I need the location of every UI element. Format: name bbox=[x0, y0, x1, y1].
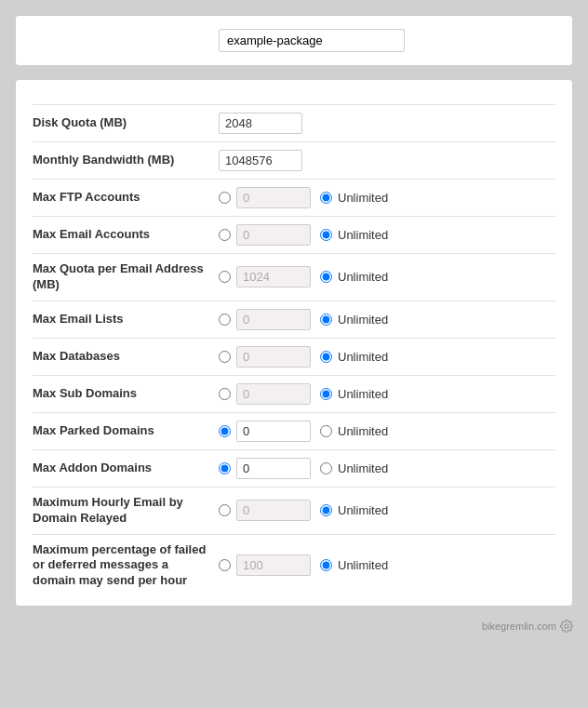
resource-label-max-ftp: Max FTP Accounts bbox=[33, 190, 219, 206]
resource-row-max-sub-domains: Max Sub DomainsUnlimited bbox=[33, 375, 555, 412]
resource-row-monthly-bandwidth: Monthly Bandwidth (MB) bbox=[33, 141, 555, 179]
resource-row-max-email-lists: Max Email ListsUnlimited bbox=[33, 301, 555, 338]
unlimited-label-max-ftp: Unlimited bbox=[338, 191, 388, 205]
unlimited-label-max-databases: Unlimited bbox=[338, 350, 388, 364]
resource-row-max-databases: Max DatabasesUnlimited bbox=[33, 338, 555, 375]
radio-number-max-failed-messages[interactable] bbox=[219, 559, 231, 571]
resource-row-max-email: Max Email AccountsUnlimited bbox=[33, 216, 555, 253]
resource-row-max-failed-messages: Maximum percentage of failed or deferred… bbox=[33, 534, 555, 597]
radio-unlimited-max-ftp[interactable] bbox=[320, 192, 332, 204]
resource-label-max-hourly-email: Maximum Hourly Email by Domain Relayed bbox=[33, 495, 219, 527]
watermark-text: bikegremlin.com bbox=[482, 621, 556, 632]
resource-controls-max-databases: Unlimited bbox=[219, 346, 555, 367]
radio-group-left-max-quota-email bbox=[219, 266, 311, 287]
number-input-max-sub-domains bbox=[236, 383, 311, 405]
resource-row-max-parked-domains: Max Parked DomainsUnlimited bbox=[33, 412, 555, 449]
radio-unlimited-max-failed-messages[interactable] bbox=[320, 559, 332, 571]
resource-label-disk-quota: Disk Quota (MB) bbox=[33, 115, 219, 131]
resource-controls-max-addon-domains: Unlimited bbox=[219, 458, 555, 479]
resource-label-max-parked-domains: Max Parked Domains bbox=[33, 423, 219, 439]
radio-group-right-max-ftp: Unlimited bbox=[320, 191, 388, 205]
radio-number-max-hourly-email[interactable] bbox=[219, 504, 231, 516]
radio-number-max-quota-email[interactable] bbox=[219, 271, 231, 283]
radio-group-right-max-hourly-email: Unlimited bbox=[320, 503, 388, 517]
radio-group-left-max-email-lists bbox=[219, 309, 311, 330]
resource-label-max-addon-domains: Max Addon Domains bbox=[33, 461, 219, 476]
radio-unlimited-max-parked-domains[interactable] bbox=[320, 425, 332, 437]
number-input-max-addon-domains[interactable] bbox=[236, 458, 311, 479]
radio-unlimited-max-email-lists[interactable] bbox=[320, 314, 332, 326]
radio-number-max-parked-domains[interactable] bbox=[219, 425, 231, 437]
radio-group-right-max-databases: Unlimited bbox=[320, 350, 388, 364]
resource-label-max-failed-messages: Maximum percentage of failed or deferred… bbox=[33, 542, 219, 590]
unlimited-label-max-email: Unlimited bbox=[338, 228, 388, 242]
radio-number-max-email-lists[interactable] bbox=[219, 314, 231, 326]
radio-group-right-max-parked-domains: Unlimited bbox=[320, 424, 388, 438]
resource-row-max-ftp: Max FTP AccountsUnlimited bbox=[33, 179, 555, 216]
resource-controls-disk-quota bbox=[219, 113, 555, 134]
resource-label-max-databases: Max Databases bbox=[33, 349, 219, 365]
radio-group-right-max-failed-messages: Unlimited bbox=[320, 558, 388, 572]
number-input-max-email-lists bbox=[236, 309, 311, 330]
radio-group-left-max-ftp bbox=[219, 187, 311, 208]
resource-controls-max-hourly-email: Unlimited bbox=[219, 500, 555, 521]
resource-label-max-quota-email: Max Quota per Email Address (MB) bbox=[33, 261, 219, 293]
unlimited-label-max-quota-email: Unlimited bbox=[338, 270, 388, 284]
resource-input-disk-quota[interactable] bbox=[219, 113, 302, 134]
radio-group-right-max-email-lists: Unlimited bbox=[320, 313, 388, 327]
radio-group-left-max-email bbox=[219, 224, 311, 246]
number-input-max-databases bbox=[236, 346, 311, 367]
radio-unlimited-max-sub-domains[interactable] bbox=[320, 388, 332, 400]
radio-number-max-databases[interactable] bbox=[219, 351, 231, 363]
radio-group-left-max-failed-messages bbox=[219, 554, 311, 576]
resource-row-max-quota-email: Max Quota per Email Address (MB)Unlimite… bbox=[33, 253, 555, 301]
resource-controls-max-quota-email: Unlimited bbox=[219, 266, 555, 287]
radio-unlimited-max-hourly-email[interactable] bbox=[320, 504, 332, 516]
resource-label-monthly-bandwidth: Monthly Bandwidth (MB) bbox=[33, 153, 219, 168]
resource-controls-max-ftp: Unlimited bbox=[219, 187, 555, 208]
radio-number-max-ftp[interactable] bbox=[219, 192, 231, 204]
number-input-max-email bbox=[236, 224, 311, 246]
radio-group-left-max-hourly-email bbox=[219, 500, 311, 521]
resource-controls-monthly-bandwidth bbox=[219, 150, 555, 171]
radio-number-max-sub-domains[interactable] bbox=[219, 388, 231, 400]
number-input-max-parked-domains[interactable] bbox=[236, 421, 311, 442]
radio-group-right-max-addon-domains: Unlimited bbox=[320, 461, 388, 475]
gear-icon bbox=[560, 620, 573, 633]
resource-row-max-hourly-email: Maximum Hourly Email by Domain RelayedUn… bbox=[33, 487, 555, 534]
radio-group-left-max-sub-domains bbox=[219, 383, 311, 405]
unlimited-label-max-failed-messages: Unlimited bbox=[338, 558, 388, 572]
unlimited-label-max-sub-domains: Unlimited bbox=[338, 387, 388, 401]
radio-number-max-email[interactable] bbox=[219, 229, 231, 241]
radio-group-left-max-addon-domains bbox=[219, 458, 311, 479]
number-input-max-failed-messages bbox=[236, 554, 311, 576]
resource-row-max-addon-domains: Max Addon DomainsUnlimited bbox=[33, 449, 555, 487]
radio-group-left-max-parked-domains bbox=[219, 421, 311, 442]
resource-controls-max-email-lists: Unlimited bbox=[219, 309, 555, 330]
resource-label-max-email: Max Email Accounts bbox=[33, 227, 219, 243]
watermark: bikegremlin.com bbox=[15, 620, 573, 633]
resource-label-max-email-lists: Max Email Lists bbox=[33, 312, 219, 327]
number-input-max-hourly-email bbox=[236, 500, 311, 521]
resource-row-disk-quota: Disk Quota (MB) bbox=[33, 104, 555, 141]
radio-unlimited-max-email[interactable] bbox=[320, 229, 332, 241]
radio-group-right-max-quota-email: Unlimited bbox=[320, 270, 388, 284]
radio-group-left-max-databases bbox=[219, 346, 311, 367]
radio-unlimited-max-databases[interactable] bbox=[320, 351, 332, 363]
resource-controls-max-email: Unlimited bbox=[219, 224, 555, 246]
radio-unlimited-max-addon-domains[interactable] bbox=[320, 462, 332, 474]
resource-controls-max-failed-messages: Unlimited bbox=[219, 554, 555, 576]
unlimited-label-max-email-lists: Unlimited bbox=[338, 313, 388, 327]
resource-controls-max-parked-domains: Unlimited bbox=[219, 421, 555, 442]
package-name-input[interactable] bbox=[219, 29, 405, 52]
resource-input-monthly-bandwidth[interactable] bbox=[219, 150, 302, 171]
resource-controls-max-sub-domains: Unlimited bbox=[219, 383, 555, 405]
radio-unlimited-max-quota-email[interactable] bbox=[320, 271, 332, 283]
radio-group-right-max-sub-domains: Unlimited bbox=[320, 387, 388, 401]
resource-rows-container: Disk Quota (MB)Monthly Bandwidth (MB)Max… bbox=[33, 104, 555, 596]
number-input-max-quota-email bbox=[236, 266, 311, 287]
number-input-max-ftp bbox=[236, 187, 311, 208]
radio-group-right-max-email: Unlimited bbox=[320, 228, 388, 242]
unlimited-label-max-addon-domains: Unlimited bbox=[338, 461, 388, 475]
radio-number-max-addon-domains[interactable] bbox=[219, 462, 231, 474]
